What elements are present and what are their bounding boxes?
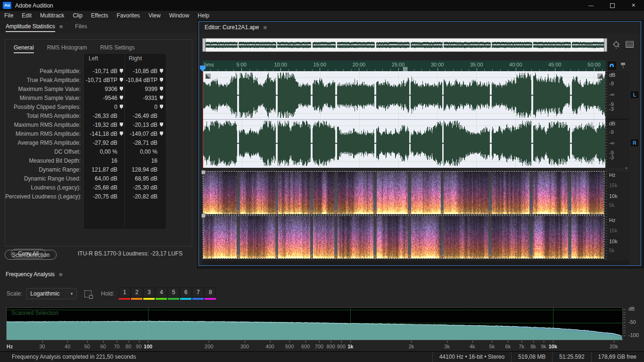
tab-editor[interactable]: Editor: Cure12A1.ape ≡: [205, 22, 267, 33]
locate-marker-icon[interactable]: [160, 105, 163, 109]
collapse-arrow-icon[interactable]: ▾: [626, 166, 627, 170]
frequency-chart[interactable]: Scanned Selection: [6, 307, 623, 340]
waveform-display[interactable]: [203, 71, 605, 168]
stats-tab[interactable]: RMS Settings: [100, 42, 134, 53]
close-button[interactable]: ✕: [623, 0, 644, 11]
maximize-button[interactable]: [602, 0, 623, 11]
spectrogram-canvas[interactable]: [203, 216, 604, 258]
scale-label: Scale:: [7, 290, 22, 297]
amplitude-scale-label: -9: [609, 81, 614, 86]
ruler-tools: [606, 60, 640, 71]
locate-marker-icon[interactable]: [160, 69, 163, 73]
hold-button[interactable]: 1: [119, 288, 130, 300]
ruler-tick-column: [605, 216, 607, 260]
menu-item[interactable]: View: [144, 11, 165, 20]
tab-files[interactable]: Files: [75, 20, 87, 33]
spectrogram-band-left[interactable]: [203, 171, 604, 214]
hold-button[interactable]: 3: [143, 288, 155, 300]
stats-tab[interactable]: RMS Histogram: [47, 42, 87, 53]
overview-waveform[interactable]: [203, 39, 606, 50]
locate-marker-icon[interactable]: [160, 87, 163, 91]
waveform-canvas[interactable]: [203, 71, 605, 168]
amplitude-ruler: dB-9-∞-9-3 dB-9-∞-9-3: [605, 71, 629, 168]
scan-selection-button[interactable]: Scan Selection: [5, 250, 57, 260]
selection-handle[interactable]: [201, 214, 206, 218]
hold-button[interactable]: 8: [205, 288, 216, 300]
locate-marker-icon[interactable]: [120, 69, 123, 73]
stat-cell-right: -26,49 dB: [125, 113, 165, 119]
stat-value-left: -26,33 dB: [93, 113, 117, 119]
snapping-magnet-icon[interactable]: [607, 61, 617, 71]
locate-marker-icon[interactable]: [120, 123, 123, 127]
frequency-chart-canvas[interactable]: [7, 308, 622, 340]
stat-value-right: -26,49 dB: [133, 113, 157, 119]
locate-marker-icon[interactable]: [120, 132, 123, 136]
amplitude-scale-label: -9: [609, 129, 614, 135]
stat-cell-right: -28,71 dB: [125, 140, 165, 146]
menu-item[interactable]: Window: [165, 11, 194, 20]
editor-title: Editor: Cure12A1.ape: [205, 24, 259, 31]
column-header-right: Right: [124, 55, 165, 62]
display-options-icon[interactable]: [626, 41, 634, 48]
file-size: 519,08 MB: [511, 352, 552, 362]
frequency-scale-label: 5k: [609, 247, 615, 253]
scale-dropdown[interactable]: Logarithmic ▾: [26, 288, 77, 299]
add-marker-icon[interactable]: [619, 61, 628, 71]
timeline-ruler[interactable]: hms 5:0010:0015:0020:0025:0030:0035:0040…: [202, 60, 606, 71]
locate-marker-icon[interactable]: [160, 78, 163, 82]
menu-item[interactable]: Effects: [87, 11, 112, 20]
locate-marker-icon[interactable]: [160, 132, 163, 136]
menu-item[interactable]: Edit: [17, 11, 36, 20]
stat-row: DC Offset: 0,00 % 0,00 %: [5, 147, 169, 156]
locate-marker-icon[interactable]: [160, 96, 163, 100]
hold-button[interactable]: 7: [192, 288, 204, 300]
tab-amplitude-statistics[interactable]: Amplitude Statistics ≡: [6, 20, 63, 33]
hold-button[interactable]: 5: [168, 288, 179, 300]
channel-button-right[interactable]: R: [630, 139, 639, 147]
locate-marker-icon[interactable]: [120, 78, 123, 82]
menu-item[interactable]: File: [0, 11, 17, 20]
minimize-button[interactable]: —: [580, 0, 602, 11]
menu-item[interactable]: Favorites: [113, 11, 144, 20]
selection-handle[interactable]: [201, 170, 206, 174]
menu-item[interactable]: Help: [193, 11, 214, 20]
overview-navigator[interactable]: [202, 38, 607, 52]
panel-menu-icon[interactable]: ≡: [263, 24, 267, 31]
x-tick-label: 70: [114, 344, 119, 349]
spectrogram-canvas[interactable]: [203, 172, 604, 214]
tab-frequency-analysis[interactable]: Frequency Analysis ≡: [6, 269, 63, 280]
stat-value-right: 0,00 %: [140, 148, 157, 155]
view-divider[interactable]: ▾: [202, 168, 629, 171]
navigator-handle-left[interactable]: [202, 38, 206, 52]
stat-value-left: -25,68 dB: [93, 184, 117, 191]
x-tick-label: 2k: [409, 344, 414, 349]
hold-button[interactable]: 2: [131, 288, 142, 300]
panel-menu-icon[interactable]: ≡: [59, 23, 63, 30]
stat-label: Average RMS Amplitude:: [5, 140, 85, 146]
locate-marker-icon[interactable]: [120, 96, 123, 100]
navigator-handle-right[interactable]: [604, 38, 607, 52]
spectrogram-band-right[interactable]: [203, 215, 604, 259]
locate-marker-icon[interactable]: [120, 105, 123, 109]
stat-value-left: 64,00 dB: [95, 175, 117, 182]
channel-button-left[interactable]: L: [630, 90, 639, 99]
freq-panel-tabbar: Frequency Analysis ≡: [0, 269, 644, 280]
locate-marker-icon[interactable]: [120, 87, 123, 91]
panel-menu-icon[interactable]: ≡: [59, 271, 63, 278]
menu-item[interactable]: Multitrack: [36, 11, 68, 20]
menu-item[interactable]: Clip: [68, 11, 87, 20]
spectrogram-display[interactable]: [203, 171, 605, 261]
playhead-line[interactable]: [203, 71, 203, 168]
duration: 51:25.592: [552, 352, 591, 362]
selection-knob-right[interactable]: [597, 74, 603, 79]
hold-button[interactable]: 6: [180, 288, 191, 300]
copy-graph-icon[interactable]: [84, 290, 91, 297]
stats-tab[interactable]: General: [14, 42, 34, 53]
zoom-navigator-icon[interactable]: [612, 40, 621, 49]
locate-marker-icon[interactable]: [160, 123, 163, 127]
stat-cell-right: -9331: [125, 95, 165, 101]
hold-button[interactable]: 4: [156, 288, 167, 300]
tab-label: Amplitude Statistics: [6, 21, 55, 32]
selection-knob-left[interactable]: [206, 74, 211, 79]
stat-cell-left: 16: [85, 157, 125, 164]
